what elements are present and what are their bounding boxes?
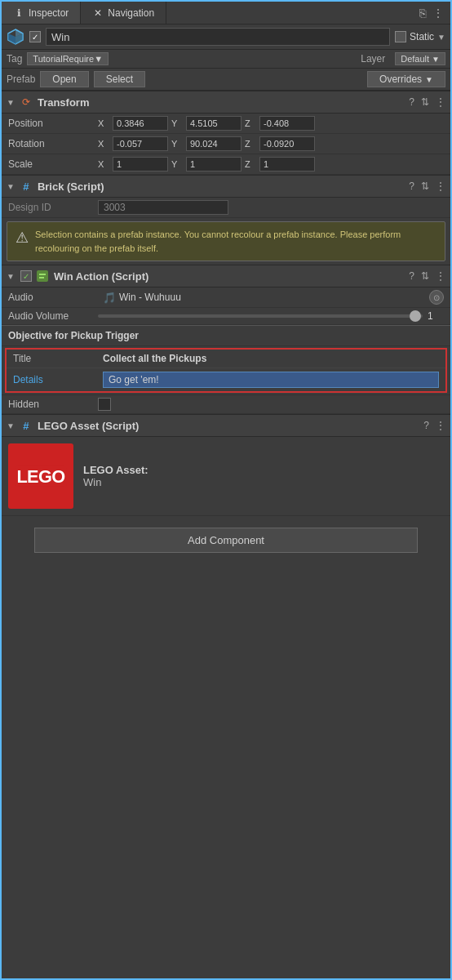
brick-menu-icon[interactable]: ⋮	[436, 180, 445, 192]
brick-help-icon[interactable]: ?	[409, 180, 414, 192]
objective-details-row: Details	[7, 368, 445, 391]
brick-title: Brick (Script)	[38, 180, 404, 193]
scale-values: X Y Z	[98, 157, 444, 172]
win-action-collapse-icon: ▼	[7, 272, 15, 281]
obj-details-input[interactable]	[103, 372, 439, 388]
lego-actions: ? ⋮	[423, 420, 445, 431]
win-action-title: Win Action (Script)	[54, 270, 404, 283]
lego-text-block: LEGO Asset: Win	[83, 464, 148, 488]
scale-y-input[interactable]	[186, 157, 242, 172]
transform-settings-icon[interactable]: ⇅	[421, 96, 429, 108]
header-tabs: ℹ Inspector ✕ Navigation ⎘ ⋮	[2, 2, 450, 24]
layer-dropdown[interactable]: Default ▼	[395, 52, 445, 65]
win-action-settings-icon[interactable]: ⇅	[421, 270, 429, 282]
brick-settings-icon[interactable]: ⇅	[421, 180, 429, 192]
audio-row: Audio 🎵 Win - Wuhuuu ⊙	[2, 287, 450, 308]
transform-help-icon[interactable]: ?	[409, 96, 414, 108]
object-cube-icon	[7, 28, 24, 46]
transform-icon: ⟳	[20, 96, 33, 109]
object-active-checkbox[interactable]: ✓	[29, 31, 41, 42]
obj-title-label: Title	[13, 353, 103, 364]
obj-title-value: Collect all the Pickups	[103, 353, 439, 364]
info-icon: ℹ	[13, 7, 24, 19]
hidden-row: Hidden	[2, 394, 450, 414]
transform-actions: ? ⇅ ⋮	[409, 96, 445, 108]
transform-title: Transform	[38, 96, 404, 109]
obj-details-label: Details	[13, 374, 103, 385]
position-row: Position X Y Z	[2, 114, 450, 134]
volume-value: 1	[428, 310, 444, 322]
position-values: X Y Z	[98, 116, 444, 131]
scale-z-label: Z	[245, 159, 256, 169]
scale-x-input[interactable]	[113, 157, 168, 172]
transform-collapse-icon: ▼	[7, 98, 15, 107]
win-action-script-icon	[36, 270, 49, 283]
svg-rect-4	[37, 270, 48, 282]
overrides-button[interactable]: Overrides ▼	[367, 71, 445, 87]
add-component-button[interactable]: Add Component	[34, 528, 418, 553]
pin-icon[interactable]: ⎘	[419, 7, 426, 20]
design-id-row: Design ID	[2, 198, 450, 218]
transform-menu-icon[interactable]: ⋮	[436, 96, 445, 108]
win-action-section-header[interactable]: ▼ ✓ Win Action (Script) ? ⇅ ⋮	[2, 265, 450, 287]
rot-x-input[interactable]	[113, 136, 168, 151]
lego-asset-name: Win	[83, 476, 148, 488]
audio-value-text: Win - Wuhuuu	[119, 292, 181, 303]
rot-y-input[interactable]	[186, 136, 242, 151]
scale-z-input[interactable]	[259, 157, 315, 172]
select-button[interactable]: Select	[94, 71, 145, 87]
rot-z-input[interactable]	[259, 136, 315, 151]
tag-dropdown[interactable]: TutorialRequire▼	[27, 52, 109, 65]
open-button[interactable]: Open	[40, 71, 88, 87]
position-label: Position	[8, 118, 98, 129]
brick-section-header[interactable]: ▼ # Brick (Script) ? ⇅ ⋮	[2, 175, 450, 198]
audio-value: 🎵 Win - Wuhuuu	[103, 292, 424, 304]
lego-collapse-icon: ▼	[7, 421, 15, 430]
svg-marker-6	[39, 277, 44, 278]
audio-select-button[interactable]: ⊙	[429, 290, 444, 305]
brick-collapse-icon: ▼	[7, 182, 15, 191]
static-dropdown-arrow[interactable]: ▼	[437, 33, 445, 42]
audio-label: Audio	[8, 292, 98, 303]
menu-icon[interactable]: ⋮	[432, 7, 444, 20]
pos-x-input[interactable]	[113, 116, 168, 131]
lego-asset-section-header[interactable]: ▼ # LEGO Asset (Script) ? ⋮	[2, 414, 450, 437]
pos-x-label: X	[98, 118, 109, 128]
volume-slider-thumb[interactable]	[410, 310, 421, 322]
tab-navigation[interactable]: ✕ Navigation	[81, 2, 166, 24]
objective-title-row: Title Collect all the Pickups	[7, 350, 445, 368]
static-area: Static ▼	[395, 31, 445, 42]
rotation-values: X Y Z	[98, 136, 444, 151]
lego-script-icon: #	[20, 419, 33, 432]
brick-script-icon: #	[20, 180, 33, 193]
win-action-menu-icon[interactable]: ⋮	[436, 270, 445, 282]
overrides-arrow-icon: ▼	[425, 75, 433, 84]
prefab-label: Prefab	[7, 74, 35, 85]
pos-y-input[interactable]	[186, 116, 242, 131]
nav-icon: ✕	[92, 7, 104, 19]
static-checkbox[interactable]	[395, 31, 406, 42]
design-id-input[interactable]	[98, 200, 228, 215]
layer-label: Layer	[361, 53, 385, 65]
rot-z-label: Z	[245, 139, 256, 149]
volume-slider-track[interactable]	[98, 314, 423, 318]
tab-inspector[interactable]: ℹ Inspector	[2, 2, 81, 24]
hidden-checkbox[interactable]	[98, 398, 111, 411]
pos-z-label: Z	[245, 118, 256, 128]
lego-asset-title: LEGO Asset (Script)	[38, 420, 419, 432]
object-name-input[interactable]	[46, 28, 390, 46]
prefab-row: Prefab Open Select Overrides ▼	[2, 69, 450, 91]
win-action-actions: ? ⇅ ⋮	[409, 270, 445, 282]
warning-icon: ⚠	[16, 229, 29, 247]
lego-menu-icon[interactable]: ⋮	[436, 420, 445, 431]
hidden-label: Hidden	[8, 399, 98, 410]
highlighted-objective-section: Title Collect all the Pickups Details	[5, 348, 447, 393]
lego-logo-svg: LEGO	[15, 450, 67, 502]
lego-help-icon[interactable]: ?	[423, 420, 429, 431]
transform-section-header[interactable]: ▼ ⟳ Transform ? ⇅ ⋮	[2, 91, 450, 114]
pos-z-input[interactable]	[259, 116, 315, 131]
audio-note-icon: 🎵	[103, 292, 116, 304]
svg-text:LEGO: LEGO	[16, 466, 64, 487]
navigation-tab-label: Navigation	[108, 7, 154, 19]
win-action-help-icon[interactable]: ?	[409, 270, 414, 282]
